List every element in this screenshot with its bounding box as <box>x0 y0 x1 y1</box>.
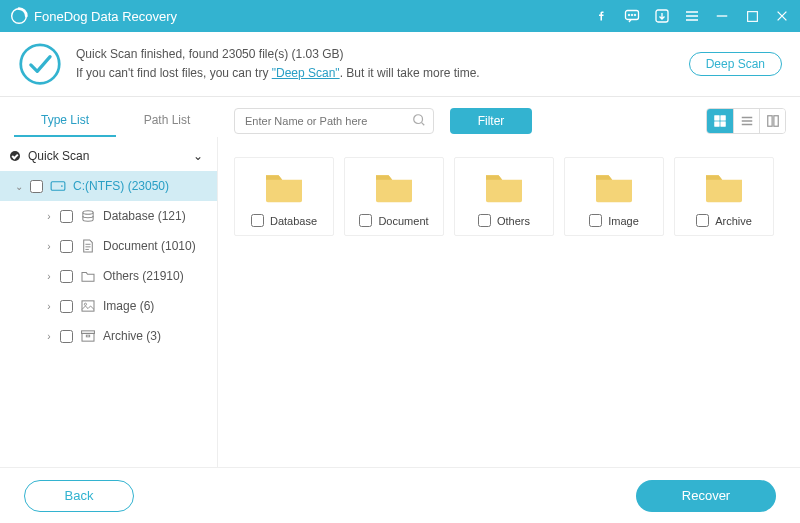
tree-item-checkbox[interactable] <box>60 300 73 313</box>
tree-item[interactable]: ›Document (1010) <box>0 231 217 261</box>
tile-checkbox[interactable] <box>589 214 602 227</box>
document-icon <box>79 239 97 253</box>
view-grid-icon[interactable] <box>707 109 733 133</box>
svg-rect-10 <box>721 116 725 120</box>
tile-checkbox[interactable] <box>696 214 709 227</box>
success-check-icon <box>18 42 62 86</box>
tile-checkbox[interactable] <box>251 214 264 227</box>
status-line-1: Quick Scan finished, found 23050 file(s)… <box>76 45 689 64</box>
tile-label: Others <box>497 215 530 227</box>
view-list-icon[interactable] <box>733 109 759 133</box>
tree-root-quick-scan[interactable]: Quick Scan ⌄ <box>0 141 217 171</box>
folder-tile[interactable]: Database <box>234 157 334 236</box>
scan-status-banner: Quick Scan finished, found 23050 file(s)… <box>0 32 800 97</box>
tree-item-checkbox[interactable] <box>60 210 73 223</box>
minimize-icon[interactable] <box>714 8 730 24</box>
svg-point-8 <box>414 115 423 124</box>
svg-rect-6 <box>747 11 757 21</box>
folder-tile[interactable]: Document <box>344 157 444 236</box>
recover-button[interactable]: Recover <box>636 480 776 512</box>
image-icon <box>79 299 97 313</box>
database-icon <box>79 209 97 223</box>
chevron-right-icon[interactable]: › <box>42 211 56 222</box>
tile-checkbox[interactable] <box>478 214 491 227</box>
tile-label: Archive <box>715 215 752 227</box>
search-box <box>234 108 434 134</box>
chevron-right-icon[interactable]: › <box>42 331 56 342</box>
drive-icon <box>49 179 67 193</box>
tree-sidebar: Quick Scan ⌄ ⌄ C:(NTFS) (23050) ›Databas… <box>0 137 218 467</box>
svg-rect-21 <box>82 331 95 334</box>
svg-point-3 <box>631 14 633 16</box>
close-icon[interactable] <box>774 8 790 24</box>
logo-icon <box>10 7 28 25</box>
deep-scan-link[interactable]: "Deep Scan" <box>272 66 340 80</box>
tree-item-checkbox[interactable] <box>60 330 73 343</box>
tree-item-label: Others (21910) <box>103 269 209 283</box>
svg-point-2 <box>628 14 630 16</box>
chevron-right-icon[interactable]: › <box>42 241 56 252</box>
chevron-right-icon[interactable]: › <box>42 301 56 312</box>
tile-label: Document <box>378 215 428 227</box>
check-bullet-icon <box>10 151 20 161</box>
folder-tile[interactable]: Image <box>564 157 664 236</box>
update-icon[interactable] <box>654 8 670 24</box>
footer-bar: Back Recover <box>0 467 800 523</box>
deep-scan-button[interactable]: Deep Scan <box>689 52 782 76</box>
menu-icon[interactable] <box>684 8 700 24</box>
svg-rect-13 <box>767 116 771 127</box>
tab-path-list[interactable]: Path List <box>116 105 218 137</box>
svg-point-4 <box>634 14 636 16</box>
view-detail-icon[interactable] <box>759 109 785 133</box>
tree-item-checkbox[interactable] <box>60 240 73 253</box>
tree-item[interactable]: ›Others (21910) <box>0 261 217 291</box>
tree-item-label: Image (6) <box>103 299 209 313</box>
folder-tile[interactable]: Others <box>454 157 554 236</box>
chevron-down-icon[interactable]: ⌄ <box>12 181 26 192</box>
maximize-icon[interactable] <box>744 8 760 24</box>
svg-rect-14 <box>773 116 777 127</box>
archive-icon <box>79 329 97 343</box>
tree-item[interactable]: ›Database (121) <box>0 201 217 231</box>
found-file-count: 23050 <box>222 47 255 61</box>
feedback-icon[interactable] <box>624 8 640 24</box>
svg-point-16 <box>61 185 63 187</box>
svg-rect-11 <box>715 122 719 126</box>
back-button[interactable]: Back <box>24 480 134 512</box>
tile-checkbox[interactable] <box>359 214 372 227</box>
view-mode-toggle <box>706 108 786 134</box>
toolbar: Type List Path List Filter <box>0 97 800 137</box>
chevron-right-icon[interactable]: › <box>42 271 56 282</box>
tree-item-label: Archive (3) <box>103 329 209 343</box>
found-total-size: (1.03 GB) <box>291 47 343 61</box>
chevron-down-icon[interactable]: ⌄ <box>193 149 209 163</box>
svg-rect-15 <box>51 182 65 191</box>
drive-checkbox[interactable] <box>30 180 43 193</box>
svg-rect-12 <box>721 122 725 126</box>
folder-icon <box>79 269 97 283</box>
tree-item-label: Document (1010) <box>103 239 209 253</box>
svg-point-7 <box>21 45 60 84</box>
folder-grid: DatabaseDocumentOthersImageArchive <box>218 137 800 467</box>
svg-point-17 <box>83 211 93 214</box>
svg-rect-18 <box>82 301 94 311</box>
app-logo: FoneDog Data Recovery <box>10 7 177 25</box>
svg-rect-9 <box>715 116 719 120</box>
tile-label: Image <box>608 215 639 227</box>
tile-label: Database <box>270 215 317 227</box>
tab-type-list[interactable]: Type List <box>14 105 116 137</box>
search-icon[interactable] <box>412 113 426 127</box>
title-bar: FoneDog Data Recovery <box>0 0 800 32</box>
status-line-2: If you can't find lost files, you can tr… <box>76 64 689 83</box>
facebook-icon[interactable] <box>594 8 610 24</box>
tree-item[interactable]: ›Image (6) <box>0 291 217 321</box>
filter-button[interactable]: Filter <box>450 108 532 134</box>
tree-item[interactable]: ›Archive (3) <box>0 321 217 351</box>
folder-tile[interactable]: Archive <box>674 157 774 236</box>
svg-rect-22 <box>86 335 89 337</box>
tree-drive-c[interactable]: ⌄ C:(NTFS) (23050) <box>0 171 217 201</box>
svg-point-19 <box>84 303 86 305</box>
tree-item-checkbox[interactable] <box>60 270 73 283</box>
search-input[interactable] <box>234 108 434 134</box>
app-title: FoneDog Data Recovery <box>34 9 177 24</box>
